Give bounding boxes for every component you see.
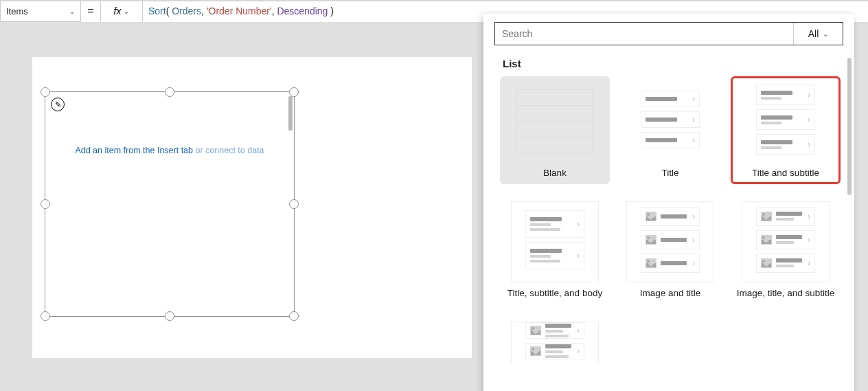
layout-card-blank[interactable]: Blank bbox=[500, 76, 610, 184]
resize-handle[interactable] bbox=[289, 199, 299, 209]
formula-token: , bbox=[201, 5, 207, 16]
layout-card-title-subtitle[interactable]: › › › Title and subtitle bbox=[731, 76, 841, 184]
chevron-right-icon: › bbox=[692, 235, 695, 245]
panel-body: List Blank › › › Title › bbox=[483, 51, 854, 391]
chevron-right-icon: › bbox=[692, 115, 695, 124]
chevron-right-icon: › bbox=[577, 326, 580, 335]
image-icon bbox=[530, 326, 541, 335]
image-icon bbox=[646, 235, 656, 245]
chevron-right-icon: › bbox=[808, 258, 810, 268]
image-icon bbox=[761, 212, 772, 221]
layout-panel: All ⌄ List Blank › › › Title bbox=[483, 14, 854, 391]
card-label: Title and subtitle bbox=[752, 168, 819, 179]
formula-token: Sort bbox=[148, 5, 166, 16]
property-dropdown-label: Items bbox=[6, 6, 28, 16]
resize-handle[interactable] bbox=[41, 199, 50, 209]
chevron-right-icon: › bbox=[808, 212, 810, 221]
resize-handle[interactable] bbox=[289, 87, 299, 97]
image-icon bbox=[761, 235, 772, 245]
section-title: List bbox=[503, 58, 843, 69]
formula-token: Orders bbox=[172, 5, 201, 16]
resize-handle[interactable] bbox=[41, 311, 50, 321]
formula-token: Descending bbox=[277, 5, 328, 16]
chevron-right-icon: › bbox=[808, 139, 810, 149]
formula-token: ( bbox=[166, 5, 172, 16]
resize-handle[interactable] bbox=[289, 311, 299, 321]
card-label: Image, title, and subtitle bbox=[737, 288, 835, 300]
property-dropdown[interactable]: Items ⌄ bbox=[0, 0, 81, 22]
layout-card-title-subtitle-body[interactable]: › › Title, subtitle, and body bbox=[500, 197, 610, 304]
formula-token: , bbox=[272, 5, 277, 16]
chevron-down-icon: ⌄ bbox=[124, 8, 129, 15]
search-box: All ⌄ bbox=[494, 22, 843, 45]
layout-grid: Blank › › › Title › › › Title and subtit… bbox=[500, 76, 843, 365]
layout-thumb: › › › bbox=[742, 201, 830, 282]
image-icon bbox=[530, 346, 541, 356]
chevron-right-icon: › bbox=[692, 94, 695, 104]
chevron-right-icon: › bbox=[692, 258, 695, 268]
scrollbar[interactable] bbox=[288, 96, 293, 131]
card-label: Blank bbox=[543, 168, 567, 179]
layout-card-title[interactable]: › › › Title bbox=[615, 76, 725, 184]
fx-label: fx bbox=[114, 5, 122, 16]
layout-card-partial[interactable]: › › bbox=[500, 317, 610, 365]
search-input[interactable] bbox=[495, 23, 793, 45]
chevron-right-icon: › bbox=[692, 212, 695, 221]
formula-token: ) bbox=[328, 5, 334, 16]
chevron-right-icon: › bbox=[808, 235, 810, 245]
image-icon bbox=[646, 212, 656, 221]
chevron-right-icon: › bbox=[692, 135, 695, 145]
chevron-right-icon: › bbox=[808, 90, 810, 100]
edit-pencil-icon[interactable]: ✎ bbox=[51, 98, 65, 111]
resize-handle[interactable] bbox=[165, 87, 174, 97]
card-label: Title bbox=[661, 168, 678, 179]
resize-handle[interactable] bbox=[165, 311, 174, 321]
search-row: All ⌄ bbox=[483, 14, 854, 51]
chevron-right-icon: › bbox=[808, 115, 810, 124]
layout-thumb: › › › bbox=[742, 81, 830, 162]
chevron-right-icon: › bbox=[577, 346, 580, 356]
filter-dropdown-label: All bbox=[808, 28, 819, 39]
connect-data-link[interactable]: or connect to data bbox=[196, 146, 264, 155]
image-icon bbox=[646, 258, 656, 268]
chevron-down-icon: ⌄ bbox=[69, 8, 75, 15]
chevron-right-icon: › bbox=[577, 219, 580, 229]
layout-thumb: › › › bbox=[626, 81, 714, 162]
gallery-placeholder: Add an item from the Insert tab or conne… bbox=[45, 146, 294, 155]
card-label: Image and title bbox=[640, 288, 701, 300]
formula-token: 'Order Number' bbox=[207, 5, 272, 16]
fx-dropdown[interactable]: fx ⌄ bbox=[100, 0, 143, 22]
layout-thumb: › › bbox=[511, 201, 599, 282]
chevron-down-icon: ⌄ bbox=[823, 30, 828, 38]
layout-thumb bbox=[511, 81, 599, 162]
layout-card-image-title[interactable]: › › › Image and title bbox=[615, 197, 725, 304]
scrollbar[interactable] bbox=[847, 58, 852, 195]
filter-dropdown[interactable]: All ⌄ bbox=[793, 23, 843, 45]
card-label: Title, subtitle, and body bbox=[507, 288, 602, 300]
insert-link[interactable]: Add an item from the Insert tab bbox=[75, 146, 195, 155]
equals-sign: = bbox=[81, 0, 100, 22]
resize-handle[interactable] bbox=[41, 87, 50, 97]
layout-thumb: › › bbox=[511, 322, 599, 364]
app-top-border bbox=[0, 0, 868, 1]
chevron-right-icon: › bbox=[577, 251, 580, 260]
layout-thumb: › › › bbox=[626, 201, 714, 282]
layout-card-image-title-subtitle[interactable]: › › › Image, title, and subtitle bbox=[731, 197, 841, 304]
image-icon bbox=[761, 258, 772, 268]
selected-gallery-control[interactable]: ✎ Add an item from the Insert tab or con… bbox=[45, 91, 295, 317]
